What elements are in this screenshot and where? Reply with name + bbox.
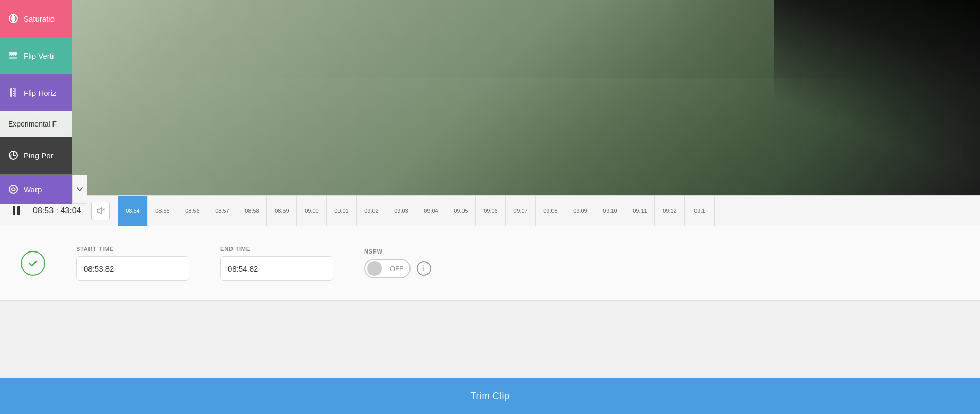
timeline-inner: 08:54 08:55 08:56 08:57 08:58 08:59 09:0… [118, 195, 715, 226]
trim-clip-button[interactable]: Trim Clip [0, 378, 980, 414]
end-time-group: END TIME [220, 246, 333, 281]
video-dark-shadow [774, 0, 980, 195]
left-panel: Saturatio Flip Verti Flip Horiz Experime… [0, 0, 72, 174]
flip-vertical-icon [8, 50, 19, 61]
saturation-icon [8, 13, 19, 24]
nsfw-info-button[interactable]: i [417, 261, 431, 276]
pause-button[interactable] [8, 202, 27, 220]
pause-icon [13, 206, 22, 215]
success-check-circle [21, 251, 45, 276]
experimental-label: Experimental F [0, 111, 72, 137]
flip-horizontal-button[interactable]: Flip Horiz [0, 74, 72, 111]
time-display: 08:53 : 43:04 [33, 206, 81, 215]
ping-icon [8, 150, 19, 160]
video-preview [0, 0, 980, 195]
check-icon [27, 257, 39, 269]
mute-icon [96, 206, 105, 215]
flip-vertical-button[interactable]: Flip Verti [0, 37, 72, 74]
end-time-label: END TIME [220, 246, 333, 252]
warp-dropdown-button[interactable] [72, 175, 87, 204]
nsfw-group: NSFW OFF i [364, 248, 431, 278]
timeline-marker[interactable]: 09:00 [297, 195, 327, 226]
timeline-marker[interactable]: 09:10 [595, 195, 625, 226]
timeline-active-marker[interactable]: 08:54 [118, 195, 148, 226]
timeline-marker[interactable]: 09:06 [476, 195, 506, 226]
timeline-marker[interactable]: 09:09 [565, 195, 595, 226]
timeline-marker[interactable]: 08:55 [148, 195, 177, 226]
ping-button[interactable]: Ping Por [0, 137, 72, 174]
nsfw-label: NSFW [364, 248, 431, 255]
warp-row: Warp [0, 175, 87, 204]
timeline-track[interactable]: 08:54 08:55 08:56 08:57 08:58 08:59 09:0… [118, 195, 980, 226]
warp-icon [8, 184, 19, 194]
timeline-marker[interactable]: 09:05 [446, 195, 476, 226]
toggle-knob [367, 261, 382, 276]
flip-horizontal-icon [8, 87, 19, 98]
start-time-group: START TIME [76, 246, 189, 281]
timeline-marker[interactable]: 09:1 [685, 195, 715, 226]
start-time-input[interactable] [76, 256, 189, 281]
info-icon: i [423, 264, 424, 273]
nsfw-row: OFF i [364, 259, 431, 278]
warp-button[interactable]: Warp [0, 175, 72, 204]
svg-rect-4 [10, 88, 12, 97]
nsfw-toggle[interactable]: OFF [364, 259, 411, 278]
timeline-marker[interactable]: 09:11 [625, 195, 655, 226]
svg-rect-1 [9, 52, 17, 55]
timeline-marker[interactable]: 09:08 [536, 195, 565, 226]
start-time-label: START TIME [76, 246, 189, 252]
end-time-input[interactable] [220, 256, 333, 281]
timeline-marker[interactable]: 09:04 [416, 195, 446, 226]
mute-button[interactable] [91, 202, 110, 220]
chevron-down-icon [77, 187, 83, 191]
timeline-marker[interactable]: 09:12 [655, 195, 685, 226]
toggle-label: OFF [390, 265, 403, 273]
timeline-marker[interactable]: 09:03 [386, 195, 416, 226]
timeline-marker[interactable]: 08:59 [267, 195, 297, 226]
timeline-marker[interactable]: 08:56 [177, 195, 207, 226]
timeline-area: 08:53 : 43:04 08:54 08:55 08:56 08:57 08… [0, 195, 980, 226]
svg-rect-5 [14, 88, 16, 97]
timeline-marker[interactable]: 08:58 [237, 195, 267, 226]
timeline-marker[interactable]: 09:01 [327, 195, 357, 226]
timeline-marker[interactable]: 09:07 [506, 195, 536, 226]
form-area: Wall START TIME END TIME NSFW OFF i [0, 226, 980, 301]
play-controls: 08:53 : 43:04 [0, 202, 118, 220]
saturation-button[interactable]: Saturatio [0, 0, 72, 37]
svg-point-8 [9, 185, 17, 193]
timeline-marker[interactable]: 08:57 [207, 195, 237, 226]
svg-rect-2 [9, 57, 17, 59]
timeline-marker[interactable]: 09:02 [357, 195, 386, 226]
